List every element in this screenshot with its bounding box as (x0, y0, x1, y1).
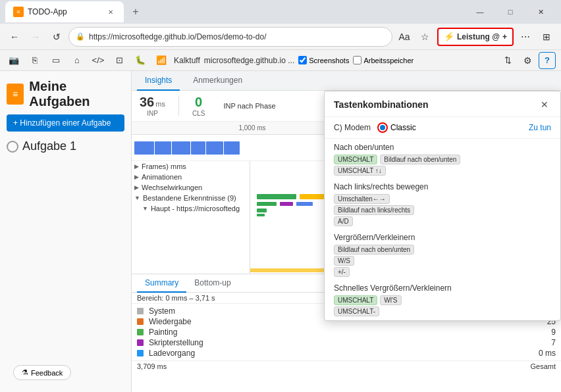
erkenntnisse-section[interactable]: ▼ Bestandene Erkenntnisse (9) (132, 193, 250, 203)
summary-row-painting: Painting 9 (137, 328, 556, 337)
key-row: UMSCHALT- (334, 306, 551, 316)
key-row: Umschalten←→ (334, 194, 551, 204)
cls-value: 0 (195, 95, 202, 110)
timeline-labels: ▶ Frames) mms ▶ Animationen ▶ Wechselwir… (132, 161, 250, 274)
reading-view-icon[interactable]: Aa (395, 28, 414, 46)
arbeitsspeicher-checkbox-label[interactable]: Arbeitsspeicher (353, 56, 414, 64)
tab-favicon: ≡ (13, 7, 24, 17)
key-badge: A/D (334, 216, 353, 226)
feedback-button[interactable]: ⚗ Feedback (13, 365, 71, 380)
leistung-button[interactable]: ⚡ Leistung @ + (437, 28, 514, 46)
lock-icon: 🔒 (76, 32, 85, 41)
browser-tab[interactable]: ≡ TODO-App ✕ (5, 1, 124, 22)
leistung-plus: + (502, 32, 507, 41)
main-content: ≡ Meine Aufgaben + Hinzufügen einer Aufg… (0, 71, 561, 392)
animations-section[interactable]: ▶ Animationen (132, 172, 250, 182)
box-icon[interactable]: ⊡ (111, 52, 128, 69)
shortcut-action-up-down: Nach oben/unten (334, 143, 551, 152)
key-badge: UMSCHALT (334, 155, 377, 164)
add-task-button[interactable]: + Hinzufügen einer Aufgabe (7, 114, 124, 132)
home-icon[interactable]: ⌂ (68, 52, 86, 69)
laden-color (137, 350, 144, 356)
shortcut-keys-left-right: Umschalten←→ Bildlauf nach links/rechts … (334, 194, 551, 226)
key-badge: Bildlauf nach links/rechts (334, 205, 414, 215)
key-badge-umschalt: UMSCHALT (334, 295, 377, 305)
bug-icon[interactable]: 🐛 (132, 52, 149, 69)
key-badge: Wl'S (380, 295, 401, 305)
summary-row-laden: Ladevorgang 0 ms (137, 349, 556, 358)
screenshots-checkbox-label[interactable]: Screenshots (298, 56, 349, 64)
reload-button[interactable]: ↺ (47, 28, 66, 46)
screenshot-icon[interactable]: 📷 (5, 52, 22, 69)
key-badge: Umschalten←→ (334, 194, 390, 204)
classic-radio-button[interactable] (377, 122, 388, 133)
minimize-button[interactable]: — (465, 0, 495, 24)
domain-label: microsoftedge.github.io ... (204, 56, 294, 65)
frames-section[interactable]: ▶ Frames) mms (132, 161, 250, 172)
filter-icon[interactable]: ⇅ (499, 52, 516, 69)
address-bar[interactable]: 🔒 https://microsoftedge.github.io/Demos/… (68, 27, 392, 47)
forward-button[interactable]: → (26, 28, 45, 46)
key-badge: UMSCHALT ↑↓ (334, 166, 386, 176)
close-button[interactable]: ✕ (525, 0, 556, 24)
arbeitsspeicher-checkbox[interactable] (353, 56, 361, 64)
tab-insights[interactable]: Insights (137, 71, 180, 91)
bar-segment (134, 141, 154, 155)
bar-segment (206, 141, 223, 155)
sidebar-icon[interactable]: ⊞ (537, 28, 556, 46)
code-icon[interactable]: </> (90, 52, 107, 69)
todo-app-title: Meine Aufgaben (29, 79, 124, 109)
maximize-button[interactable]: □ (495, 0, 525, 24)
key-badge: Bildlauf nach oben/unten (380, 155, 460, 164)
devtools-tab-bar: Insights Anmerkungen (132, 71, 561, 91)
new-tab-button[interactable]: + (126, 3, 145, 21)
metric-separator (178, 96, 179, 116)
radio-dot (380, 125, 385, 130)
tab-anmerkungen[interactable]: Anmerkungen (185, 71, 250, 91)
laden-label: Ladevorgang (149, 349, 531, 358)
shortcut-action-fast-zoom: Schnelles Vergrößern/Verkleinern (334, 283, 551, 293)
cls-label: CLS (192, 110, 205, 117)
tab-bottom-up[interactable]: Bottom-up (186, 274, 238, 293)
tab-summary[interactable]: Summary (137, 274, 186, 293)
inp-phase-label: INP nach Phase (223, 102, 275, 110)
total-time: 3,709 ms (137, 362, 167, 370)
todo-app-icon: ≡ (7, 84, 24, 105)
favorites-icon[interactable]: ☆ (416, 28, 435, 46)
toolbar-icons: Aa ☆ ⚡ Leistung @ + ⋯ ⊞ (395, 28, 556, 46)
shortcut-keys-fast-zoom: UMSCHALT Wl'S UMSCHALT- (334, 295, 551, 316)
window-controls: — □ ✕ (465, 0, 556, 24)
shortcut-keys-zoom: Bildlauf nach oben/unten W/S +/- (334, 245, 551, 277)
settings-icon[interactable]: ⚙ (519, 52, 536, 69)
cls-metric: 0 CLS (192, 95, 205, 117)
shortcut-item-zoom: Vergrößern/Verkleinern Bildlauf nach obe… (334, 233, 551, 277)
wifi-icon[interactable]: 📶 (153, 52, 170, 69)
more-button[interactable]: ⋯ (516, 28, 535, 46)
flame-bar (257, 214, 265, 216)
shortcuts-panel: Tastenkombinationen ✕ C) Modem Classic Z… (324, 91, 561, 321)
key-badge: Bildlauf nach oben/unten (334, 245, 414, 255)
shortcuts-close-button[interactable]: ✕ (538, 98, 551, 111)
tab-title: TODO-App (28, 7, 101, 16)
shortcut-item-up-down: Nach oben/unten UMSCHALT Bildlauf nach o… (334, 143, 551, 176)
tab-bar: ≡ TODO-App ✕ + — □ ✕ (0, 0, 561, 24)
inspect-icon[interactable]: ▭ (47, 52, 65, 69)
copy-icon[interactable]: ⎘ (26, 52, 43, 69)
back-button[interactable]: ← (5, 28, 24, 46)
haupt-section[interactable]: ▼ Haupt - https://microsoftedg (132, 203, 250, 214)
wechsel-section[interactable]: ▶ Wechselwirkungen (132, 182, 250, 193)
tab-close-button[interactable]: ✕ (105, 7, 116, 17)
classic-radio-item[interactable]: Classic (377, 122, 416, 133)
address-text: https://microsoftedge.github.io/Demos/de… (89, 32, 385, 41)
bar-segment (224, 141, 240, 155)
key-badge: +/- (334, 267, 350, 277)
bottom-total: 3,709 ms Gesamt (132, 360, 561, 372)
shortcuts-title: Tastenkombinationen (334, 99, 429, 110)
task-checkbox[interactable] (7, 141, 18, 153)
flame-bar (300, 194, 326, 199)
key-badge: UMSCHALT- (334, 306, 379, 316)
key-row: UMSCHALT ↑↓ (334, 166, 551, 176)
skript-label: Skripterstellung (149, 338, 531, 347)
help-button[interactable]: ? (539, 52, 556, 69)
screenshots-checkbox[interactable] (298, 56, 307, 64)
